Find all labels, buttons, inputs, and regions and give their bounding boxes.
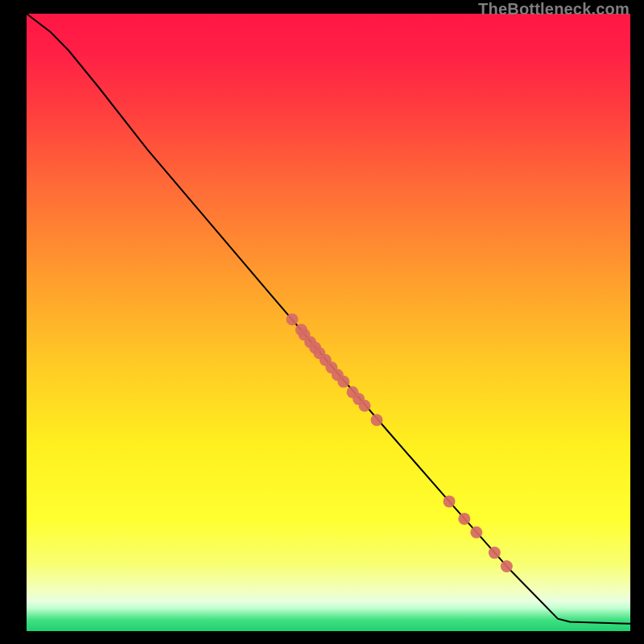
data-point — [444, 495, 456, 507]
chart-line — [27, 14, 630, 624]
data-point — [501, 560, 513, 572]
data-point — [287, 313, 299, 325]
data-point — [337, 376, 349, 388]
data-point — [458, 513, 470, 525]
watermark-text: TheBottleneck.com — [478, 0, 630, 19]
data-point — [371, 414, 383, 426]
chart-frame: TheBottleneck.com — [0, 0, 644, 644]
data-point — [489, 547, 501, 559]
data-points — [287, 313, 513, 572]
plot-area — [27, 14, 630, 631]
data-point — [470, 526, 482, 539]
chart-overlay — [27, 14, 630, 631]
data-point — [359, 400, 371, 412]
